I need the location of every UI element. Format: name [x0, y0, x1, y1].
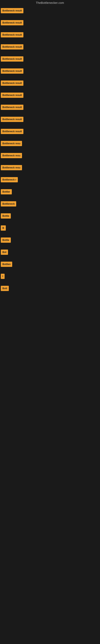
bottleneck-badge[interactable]: Bot [1, 250, 8, 255]
list-item: Bottleneck result [0, 43, 100, 51]
bottleneck-badge[interactable]: Bottleneck result [1, 129, 23, 134]
list-item: Bottleneck [0, 200, 100, 208]
bottleneck-badge[interactable]: Bottleneck resu [1, 165, 22, 170]
list-item: Bottleneck result [0, 79, 100, 87]
list-item: Bottleneck r [0, 176, 100, 184]
list-item: Bottleneck result [0, 67, 100, 75]
site-title: TheBottlenecker.com [0, 0, 100, 6]
list-item: Bottleneck resu [0, 151, 100, 160]
list-item: Bottleneck result [0, 18, 100, 27]
list-item: Bottlen [0, 260, 100, 268]
list-item: Bot [0, 248, 100, 256]
bottleneck-badge[interactable]: Bottleneck result [1, 68, 23, 74]
bottleneck-badge[interactable]: Bottleneck result [1, 8, 23, 13]
list-item: B [0, 224, 100, 232]
bottleneck-badge[interactable]: Bottleneck result [1, 117, 23, 122]
list-item: Bottleneck result [0, 30, 100, 39]
bottleneck-badge[interactable]: Bott [1, 286, 9, 291]
list-item: Bottleneck result [0, 55, 100, 63]
bottleneck-badge[interactable]: Bottleneck resu [1, 153, 22, 158]
bottleneck-badge[interactable]: Bottleneck result [1, 44, 23, 50]
bottleneck-badge[interactable]: Bottleneck r [1, 177, 18, 182]
bottleneck-badge[interactable]: Bottleneck [1, 201, 16, 206]
list-item: Bottleneck result [0, 115, 100, 124]
bottleneck-badge[interactable]: B [1, 226, 6, 231]
bottleneck-badge[interactable]: Bottleneck resu [1, 141, 22, 146]
list-item: Bottle [0, 236, 100, 244]
list-item: Bottleneck result [0, 127, 100, 136]
bottleneck-badge[interactable]: I [1, 274, 4, 279]
bottleneck-badge[interactable]: Bottleneck result [1, 32, 23, 38]
list-item: Bott [0, 284, 100, 292]
bottleneck-badge[interactable]: Bottle [1, 213, 11, 218]
bottleneck-badge[interactable]: Bottle [1, 238, 11, 243]
bottleneck-badge[interactable]: Bottleneck result [1, 105, 23, 110]
list-item: Bottler [0, 188, 100, 196]
bottleneck-badge[interactable]: Bottlen [1, 262, 12, 267]
list-item: Bottleneck result [0, 6, 100, 15]
list-item: Bottleneck resu [0, 164, 100, 172]
list-item: Bottleneck resu [0, 139, 100, 148]
bottleneck-badge[interactable]: Bottleneck result [1, 56, 23, 62]
list-item: Bottle [0, 212, 100, 220]
bottleneck-badge[interactable]: Bottler [1, 189, 12, 194]
bottleneck-badge[interactable]: Bottleneck result [1, 80, 23, 86]
items-container: Bottleneck resultBottleneck resultBottle… [0, 6, 100, 292]
bottleneck-badge[interactable]: Bottleneck result [1, 20, 23, 25]
list-item: I [0, 272, 100, 280]
list-item: Bottleneck result [0, 91, 100, 100]
list-item: Bottleneck result [0, 103, 100, 112]
bottleneck-badge[interactable]: Bottleneck result [1, 92, 23, 98]
